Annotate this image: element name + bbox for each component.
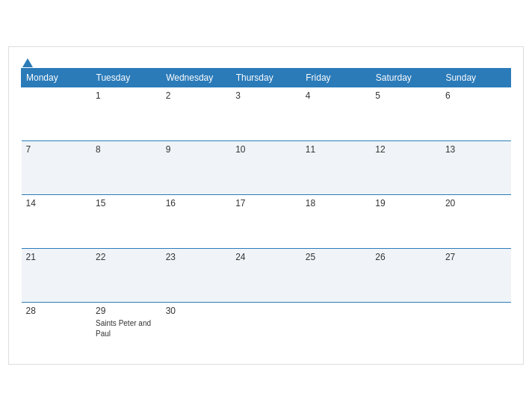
- day-number: 9: [166, 144, 227, 155]
- day-number: 6: [445, 90, 507, 101]
- calendar-cell: 11: [301, 141, 371, 195]
- calendar-cell: 26: [371, 249, 441, 303]
- day-number: 14: [26, 198, 87, 208]
- day-number: 29: [96, 306, 157, 316]
- calendar-cell: 20: [441, 195, 511, 249]
- calendar-cell: 27: [441, 249, 511, 303]
- day-number: 23: [166, 252, 227, 262]
- calendar-cell: 1: [91, 87, 161, 141]
- calendar-week-row: 2829Saints Peter and Paul30: [22, 303, 511, 356]
- event-text: Saints Peter and Paul: [96, 319, 151, 338]
- day-number: 3: [235, 90, 297, 101]
- calendar-cell: 8: [91, 141, 161, 195]
- calendar-cell: [371, 303, 441, 356]
- calendar-cell: 19: [371, 195, 441, 249]
- logo: [21, 59, 33, 68]
- day-header-sunday: Sunday: [441, 69, 511, 87]
- day-number: 22: [96, 252, 157, 262]
- day-number: 20: [445, 198, 507, 208]
- day-header-wednesday: Wednesday: [161, 69, 232, 87]
- day-number: 4: [306, 90, 367, 101]
- logo-triangle-icon: [22, 58, 33, 67]
- calendar-cell: 15: [91, 195, 161, 249]
- day-number: 28: [26, 306, 87, 316]
- day-header-saturday: Saturday: [371, 69, 441, 87]
- calendar-cell: 21: [22, 249, 92, 303]
- day-number: 30: [166, 306, 227, 316]
- day-header-tuesday: Tuesday: [91, 69, 161, 87]
- day-number: 13: [445, 144, 507, 155]
- calendar-cell: 5: [371, 87, 441, 141]
- day-number: 16: [166, 198, 227, 208]
- day-number: 2: [166, 90, 227, 101]
- calendar-cell: 9: [161, 141, 232, 195]
- day-number: 12: [375, 144, 436, 155]
- calendar-cell: 24: [231, 249, 301, 303]
- calendar-cell: 3: [231, 87, 301, 141]
- calendar-cell: 13: [441, 141, 511, 195]
- calendar-cell: 22: [91, 249, 161, 303]
- day-number: 19: [375, 198, 436, 208]
- calendar-cell: 4: [301, 87, 371, 141]
- calendar-cell: 30: [161, 303, 232, 356]
- calendar-cell: [231, 303, 301, 356]
- calendar-cell: 16: [161, 195, 232, 249]
- day-number: 10: [235, 144, 297, 155]
- day-header-thursday: Thursday: [231, 69, 301, 87]
- calendar-cell: 17: [231, 195, 301, 249]
- calendar-cell: 12: [371, 141, 441, 195]
- day-number: 15: [96, 198, 157, 208]
- day-number: 26: [375, 252, 436, 262]
- calendar-cell: 18: [301, 195, 371, 249]
- day-header-monday: Monday: [22, 69, 92, 87]
- day-number: 5: [375, 90, 436, 101]
- calendar-cell: [22, 87, 92, 141]
- day-number: 11: [306, 144, 367, 155]
- calendar-week-row: 21222324252627: [22, 249, 511, 303]
- calendar-cell: 14: [22, 195, 92, 249]
- calendar-cell: 10: [231, 141, 301, 195]
- day-number: 1: [96, 90, 157, 101]
- days-header-row: MondayTuesdayWednesdayThursdayFridaySatu…: [22, 69, 511, 87]
- day-number: 7: [26, 144, 87, 155]
- day-number: 17: [235, 198, 297, 208]
- day-number: 8: [96, 144, 157, 155]
- calendar-cell: 28: [22, 303, 92, 356]
- calendar-week-row: 14151617181920: [22, 195, 511, 249]
- calendar-week-row: 78910111213: [22, 141, 511, 195]
- calendar-cell: 2: [161, 87, 232, 141]
- calendar-cell: [441, 303, 511, 356]
- calendar-container: MondayTuesdayWednesdayThursdayFridaySatu…: [8, 46, 524, 365]
- calendar-cell: 25: [301, 249, 371, 303]
- calendar-cell: 29Saints Peter and Paul: [91, 303, 161, 356]
- calendar-cell: 6: [441, 87, 511, 141]
- day-number: 25: [306, 252, 367, 262]
- day-number: 24: [235, 252, 297, 262]
- day-number: 18: [306, 198, 367, 208]
- day-number: 27: [445, 252, 507, 262]
- calendar-week-row: 123456: [22, 87, 511, 141]
- day-number: 21: [26, 252, 87, 262]
- calendar-cell: 23: [161, 249, 232, 303]
- calendar-grid: MondayTuesdayWednesdayThursdayFridaySatu…: [21, 68, 511, 356]
- calendar-cell: [301, 303, 371, 356]
- day-header-friday: Friday: [301, 69, 371, 87]
- calendar-cell: 7: [22, 141, 92, 195]
